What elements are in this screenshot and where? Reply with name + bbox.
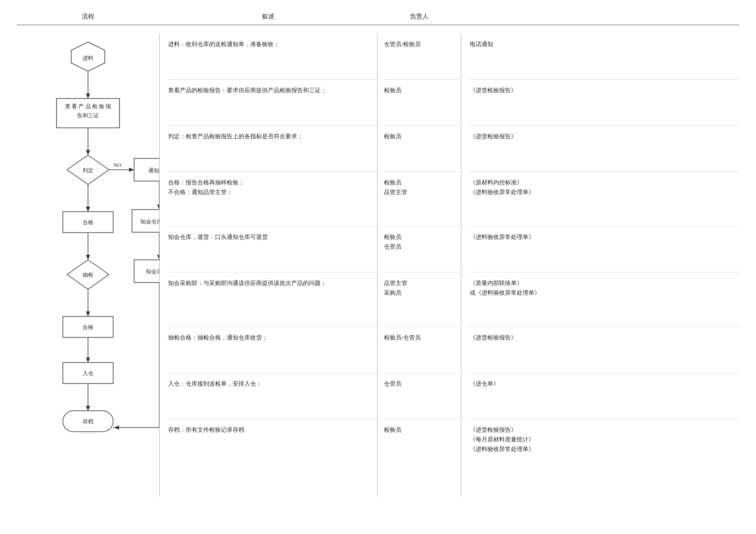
doc-text-2: 《进货检验报告》: [470, 132, 517, 142]
desc-text-7: 入仓：仓库接到送检单，安排入仓；: [168, 379, 262, 389]
header-flow: 流程: [17, 13, 159, 21]
cundang-label: 存档: [83, 418, 93, 425]
desc-text-1: 查看产品的检验报告：要求供应商提供产品检验报告和三证；: [168, 86, 326, 96]
doc-row-2: 《进货检验报告》: [470, 126, 739, 172]
chakan-label2: 告和三证: [77, 112, 99, 119]
resp-text-7: 仓管员: [384, 379, 401, 389]
resp-text-0: 仓管员/检验员: [384, 40, 421, 49]
desc-row-3: 合格：报告合格再抽样检验； 不合格：通知品管主管；: [168, 172, 377, 226]
resp-text-4: 检验员 仓管员: [384, 233, 401, 252]
flow-column: 进料 查 看 产 品 检 验 报 告和三证 判定 NO: [17, 34, 159, 496]
desc-row-7: 入仓：仓库接到送检单，安排入仓；: [168, 373, 377, 419]
doc-text-5: 《质量内部联络单》 或《进料验收异常处理单》: [470, 279, 540, 298]
desc-row-5: 知会采购部：与采购部沟通该供应商提供该批次产品的问题；: [168, 272, 377, 327]
hege1-label: 合格: [83, 219, 93, 226]
doc-row-8: 《进货检验报告》 《每月原材料质量统计》 《进料验收异常处理单》: [470, 419, 739, 465]
desc-row-8: 存档：所有文件检验记录存档: [168, 419, 377, 465]
resp-row-8: 检验员: [384, 419, 461, 465]
resp-text-3: 检验员 品管主管: [384, 178, 407, 197]
header-row: 流程 叙述 负责人: [17, 13, 739, 25]
desc-row-0: 进料：收到仓库的送检通知单，准备验收；: [168, 34, 377, 80]
doc-text-3: 《原材料内控标准》 《进料验收异常处理单》: [470, 178, 534, 197]
zhihui-cg-label: 知会采购部: [146, 268, 160, 275]
svg-marker-17: [86, 207, 90, 212]
resp-row-7: 仓管员: [384, 373, 461, 419]
choujian-label: 抽检: [83, 272, 93, 278]
resp-row-3: 检验员 品管主管: [384, 172, 461, 226]
desc-row-2: 判定：检查产品检验报告上的各指标是否符合要求；: [168, 126, 377, 172]
resp-row-0: 仓管员/检验员: [384, 34, 461, 80]
doc-text-4: 《进料验收异常处理单》: [470, 233, 534, 242]
resp-row-2: 检验员: [384, 126, 461, 172]
doc-text-7: 《进仓单》: [470, 379, 499, 389]
resp-row-6: 检验员/仓管员: [384, 327, 461, 373]
desc-text-0: 进料：收到仓库的送检通知单，准备验收；: [168, 40, 280, 49]
page: 流程 叙述 负责人 进料 查 看 产 品 检 验 报 告和三证: [0, 0, 756, 534]
doc-text-0: 电话通知: [470, 40, 493, 49]
doc-text-1: 《进货检验报告》: [470, 86, 517, 96]
svg-marker-33: [114, 425, 119, 430]
svg-marker-14: [157, 255, 159, 260]
desc-row-4: 知会仓库，退货：口头通知仓库可退货: [168, 226, 377, 272]
desc-text-2: 判定：检查产品检验报告上的各指标是否符合要求；: [168, 132, 303, 142]
svg-marker-2: [86, 93, 90, 99]
resp-text-6: 检验员/仓管员: [384, 333, 421, 343]
resp-text-8: 检验员: [384, 425, 401, 435]
resp-row-5: 品管主管 采购员: [384, 272, 461, 327]
chakan-label: 查 看 产 品 检 验 报: [65, 103, 111, 109]
desc-row-6: 抽检合格：抽检合格，通知仓库收货；: [168, 327, 377, 373]
resp-text-2: 检验员: [384, 132, 401, 142]
resp-row-4: 检验员 仓管员: [384, 226, 461, 272]
header-resp: 负责人: [377, 13, 461, 21]
doc-row-3: 《原材料内控标准》 《进料验收异常处理单》: [470, 172, 739, 226]
doc-row-7: 《进仓单》: [470, 373, 739, 419]
flowchart-svg: 进料 查 看 产 品 检 验 报 告和三证 判定 NO: [17, 34, 159, 495]
svg-marker-20: [86, 255, 90, 260]
no-label: NO: [114, 162, 122, 168]
desc-text-6: 抽检合格：抽检合格，通知仓库收货；: [168, 333, 268, 343]
desc-text-4: 知会仓库，退货：口头通知仓库可退货: [168, 233, 268, 242]
svg-marker-8: [129, 168, 134, 172]
rucang-label: 入仓: [83, 370, 93, 376]
svg-marker-11: [157, 205, 159, 210]
svg-marker-5: [86, 150, 90, 155]
desc-column: 进料：收到仓库的送检通知单，准备验收； 查看产品的检验报告：要求供应商提供产品检…: [159, 34, 377, 496]
header-doc: [461, 13, 739, 21]
main-content: 进料 查 看 产 品 检 验 报 告和三证 判定 NO: [17, 34, 739, 496]
resp-column: 仓管员/检验员 检验员 检验员 检验员 品管主管 检验员 仓管员 品管主管 采购…: [377, 34, 461, 496]
svg-marker-23: [86, 311, 90, 316]
resp-text-5: 品管主管 采购员: [384, 279, 407, 298]
desc-text-3: 合格：报告合格再抽样检验； 不合格：通知品管主管；: [168, 178, 244, 197]
svg-marker-26: [86, 358, 90, 363]
doc-text-6: 《进货检验报告》: [470, 333, 517, 343]
desc-text-5: 知会采购部：与采购部沟通该供应商提供该批次产品的问题；: [168, 279, 326, 288]
svg-marker-29: [86, 406, 90, 411]
doc-column: 电话通知 《进货检验报告》 《进货检验报告》 《原材料内控标准》 《进料验收异常…: [461, 34, 739, 496]
tongzhi-label: 通知主管: [148, 167, 159, 174]
doc-row-4: 《进料验收异常处理单》: [470, 226, 739, 272]
doc-row-5: 《质量内部联络单》 或《进料验收异常处理单》: [470, 272, 739, 327]
jin-liao-label: 进料: [83, 55, 93, 61]
header-desc: 叙述: [159, 13, 377, 21]
resp-row-1: 检验员: [384, 80, 461, 126]
desc-row-1: 查看产品的检验报告：要求供应商提供产品检验报告和三证；: [168, 80, 377, 126]
doc-row-1: 《进货检验报告》: [470, 80, 739, 126]
panding-label: 判定: [83, 167, 93, 174]
zhihui-label: 知会仓库，退货: [140, 218, 160, 225]
desc-text-8: 存档：所有文件检验记录存档: [168, 425, 244, 435]
doc-row-0: 电话通知: [470, 34, 739, 80]
doc-text-8: 《进货检验报告》 《每月原材料质量统计》 《进料验收异常处理单》: [470, 425, 534, 454]
doc-row-6: 《进货检验报告》: [470, 327, 739, 373]
resp-text-1: 检验员: [384, 86, 401, 96]
hege2-label: 合格: [83, 324, 93, 330]
